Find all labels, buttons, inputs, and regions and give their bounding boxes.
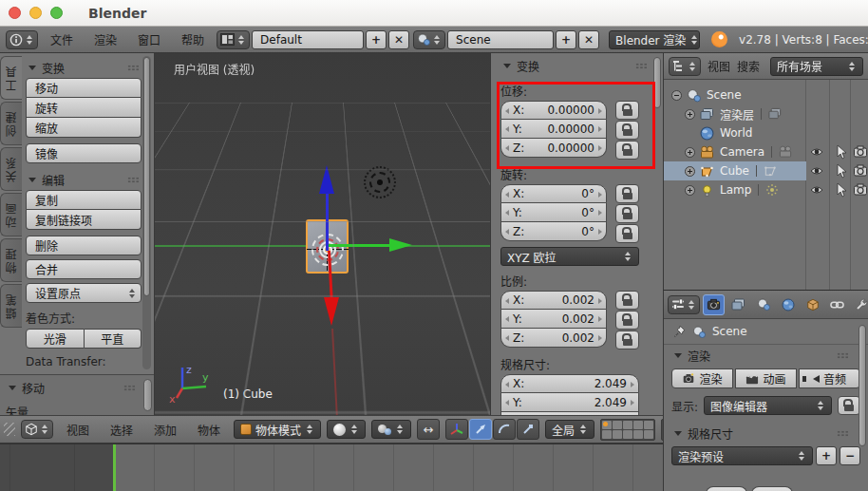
scale-z-field[interactable]: Z:0.002 xyxy=(500,329,607,348)
expand-plus-icon[interactable] xyxy=(685,147,695,158)
editor-type-selector-info[interactable] xyxy=(6,30,38,49)
layer-grid-left[interactable] xyxy=(600,419,655,441)
rotation-x-field[interactable]: X:0° xyxy=(500,184,607,203)
layer-cell-active[interactable] xyxy=(602,421,612,429)
scale-manipulator-toggle[interactable] xyxy=(517,419,539,440)
scale-x-field[interactable]: X:0.002 xyxy=(500,291,607,310)
scale-z-lock-button[interactable] xyxy=(615,330,639,349)
menu-view[interactable]: 视图 xyxy=(66,422,89,438)
tab-animation[interactable]: 动画 xyxy=(0,193,22,236)
scale-y-field[interactable]: Y:0.002 xyxy=(500,310,607,329)
editor-type-selector-properties[interactable] xyxy=(668,295,700,314)
scene-name-field[interactable]: Scene xyxy=(447,30,554,49)
outliner-menu-view[interactable]: 视图 xyxy=(708,58,730,74)
outliner-menu-search[interactable]: 搜索 xyxy=(737,58,760,74)
render-panel-header[interactable]: 渲染 xyxy=(671,345,860,366)
panel-drag-dots-icon[interactable] xyxy=(837,352,849,359)
outliner-row-render-layers[interactable]: 渲染层 xyxy=(664,104,868,123)
duplicate-linked-button[interactable]: 复制链接项 xyxy=(26,210,142,230)
timeline-playhead[interactable] xyxy=(113,444,116,491)
outliner-row-lamp[interactable]: Lamp xyxy=(664,180,868,199)
screen-layout-delete-button[interactable]: ✕ xyxy=(388,30,409,49)
renderability-camera-icon[interactable] xyxy=(853,182,868,198)
timeline[interactable] xyxy=(0,444,663,491)
render-audio-button[interactable]: 音频 xyxy=(799,368,860,388)
scrollbar-thumb[interactable] xyxy=(143,57,150,296)
outliner-display-dropdown[interactable]: 所有场景 xyxy=(770,57,863,76)
tab-world[interactable] xyxy=(777,294,799,315)
manipulator-x-arrow-head[interactable] xyxy=(324,297,339,326)
rotate-button[interactable]: 旋转 xyxy=(26,98,142,118)
duplicate-button[interactable]: 复制 xyxy=(26,190,142,210)
tab-constraints[interactable] xyxy=(826,294,848,315)
outliner-row-world[interactable]: World xyxy=(664,123,868,142)
dimensions-panel-header[interactable]: 规格尺寸 xyxy=(671,423,860,444)
scale-x-lock-button[interactable] xyxy=(615,291,639,310)
menu-render[interactable]: 渲染 xyxy=(85,31,125,47)
panel-drag-dots-icon[interactable] xyxy=(123,385,136,391)
renderability-camera-icon[interactable] xyxy=(853,144,868,160)
preset-add-button[interactable]: + xyxy=(816,446,837,465)
render-still-button[interactable]: 渲染 xyxy=(671,368,733,388)
shade-smooth-button[interactable]: 光滑 xyxy=(26,329,85,349)
tab-create[interactable]: 创建 xyxy=(0,102,22,145)
transform-panel-header[interactable]: 变换 xyxy=(26,57,142,78)
context-scene-label[interactable]: Scene xyxy=(712,325,747,338)
rotation-z-lock-button[interactable] xyxy=(615,224,639,243)
menu-add[interactable]: 添加 xyxy=(154,422,177,438)
renderability-camera-icon[interactable] xyxy=(853,163,868,179)
menu-help[interactable]: 帮助 xyxy=(173,31,213,47)
tab-render-layers[interactable] xyxy=(727,294,749,315)
tab-physics[interactable]: 物理 xyxy=(0,238,22,282)
expand-plus-icon[interactable] xyxy=(685,109,695,120)
display-mode-dropdown[interactable]: 图像编辑器 xyxy=(704,396,832,415)
display-lock-button[interactable] xyxy=(838,396,860,415)
outliner-row-scene[interactable]: Scene xyxy=(664,85,868,104)
pin-icon[interactable] xyxy=(672,325,686,339)
3d-viewport[interactable]: 用户视图 (透视) (1) Cube z y x xyxy=(155,53,490,415)
expand-plus-icon[interactable] xyxy=(685,185,695,196)
panel-drag-dots-icon[interactable] xyxy=(635,63,648,69)
dimensions-x-field[interactable]: X:2.049 xyxy=(500,374,639,393)
outliner-row-cube[interactable]: Cube xyxy=(664,161,868,180)
menu-object[interactable]: 物体 xyxy=(198,422,220,438)
dimensions-y-field[interactable]: Y:2.049 xyxy=(500,393,639,412)
operator-panel-scrollbar[interactable] xyxy=(143,379,152,411)
tab-scene[interactable] xyxy=(752,294,774,315)
tab-tools[interactable]: 工具 xyxy=(0,56,22,100)
panel-drag-dots-icon[interactable] xyxy=(127,65,140,71)
rotation-y-field[interactable]: Y:0° xyxy=(500,203,607,222)
screen-layout-field[interactable]: Default xyxy=(252,30,364,49)
outliner-row-camera[interactable]: Camera xyxy=(664,142,868,161)
window-close-button[interactable] xyxy=(9,7,21,19)
rotation-y-lock-button[interactable] xyxy=(615,204,639,223)
selectability-cursor-icon[interactable] xyxy=(833,163,848,179)
tab-grease-pencil[interactable]: 蜡笔 xyxy=(0,284,22,328)
menu-select[interactable]: 选择 xyxy=(110,422,133,438)
scale-y-lock-button[interactable] xyxy=(615,311,639,330)
expand-plus-icon[interactable] xyxy=(685,166,695,177)
scale-button[interactable]: 缩放 xyxy=(26,118,142,138)
viewport-shading-dropdown[interactable] xyxy=(327,420,366,439)
mirror-button[interactable]: 镜像 xyxy=(26,143,142,163)
panel-drag-dots-icon[interactable] xyxy=(837,430,849,437)
render-engine-dropdown[interactable]: Blender 渲染 xyxy=(609,30,700,49)
editor-type-selector-3dview[interactable] xyxy=(21,420,53,439)
move-operator-header[interactable]: 移动 xyxy=(6,377,149,398)
join-button[interactable]: 合并 xyxy=(26,259,142,279)
tab-object[interactable] xyxy=(802,294,823,315)
pivot-point-dropdown[interactable] xyxy=(371,420,411,439)
manipulate-center-points-toggle[interactable]: ↔ xyxy=(417,419,440,440)
manipulator-z-arrow-line[interactable] xyxy=(326,192,329,251)
transform-orientation-dropdown[interactable]: 全局 xyxy=(545,420,594,439)
scene-icon-button[interactable] xyxy=(413,30,445,49)
screen-layout-add-button[interactable]: + xyxy=(366,30,387,49)
tab-modifiers[interactable] xyxy=(851,294,868,315)
edit-panel-header[interactable]: 编辑 xyxy=(26,169,142,190)
rotation-mode-dropdown[interactable]: XYZ 欧拉 xyxy=(500,247,639,266)
resolution-y-field-peek[interactable] xyxy=(751,486,793,491)
visibility-eye-icon[interactable] xyxy=(809,163,824,179)
rotate-manipulator-toggle[interactable] xyxy=(493,419,516,440)
screen-layout-icon-button[interactable] xyxy=(217,30,250,49)
manipulator-axes-toggle[interactable] xyxy=(445,419,468,440)
